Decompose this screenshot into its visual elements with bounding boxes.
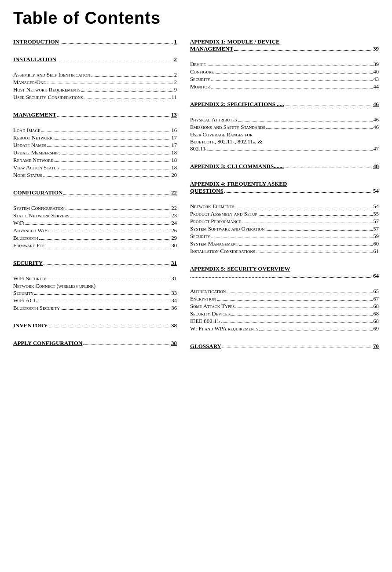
dots (285, 168, 372, 168)
toc-sub-network-connect[interactable]: Network Connect (wireless uplink) Securi… (13, 282, 177, 297)
dots (231, 315, 372, 315)
toc-sub-label: Rename Network (13, 157, 54, 164)
toc-entry-configuration[interactable]: CONFIGURATION 22 (13, 189, 177, 196)
toc-sub-bluetooth-security[interactable]: Bluetooth Security 36 (13, 304, 177, 312)
toc-entry-security[interactable]: SECURITY 31 (13, 260, 177, 267)
toc-sub-attack-types[interactable]: Some Attack Types 68 (190, 303, 379, 310)
toc-sub-user-security[interactable]: User Security Considerations 11 (13, 94, 177, 101)
dots (211, 238, 372, 238)
toc-sub-authentication[interactable]: Authentication 65 (190, 288, 379, 295)
toc-entry-glossary[interactable]: GLOSSARY 70 (190, 343, 379, 350)
toc-sub-static-network[interactable]: Static Network Servers 23 (13, 212, 177, 219)
toc-page-apply-config: 38 (171, 340, 177, 347)
appendix3-entry[interactable]: APPENDIX 3: CLI COMMANDS....... 48 (190, 163, 379, 170)
toc-sub-product-performance[interactable]: Product Performance 57 (190, 218, 379, 225)
dots (258, 215, 372, 216)
toc-sub-advanced-wifi[interactable]: Advanced WiFi 26 (13, 227, 177, 234)
appendix5-dots-text: ........................................… (190, 272, 271, 279)
toc-sub-view-action[interactable]: View Action Status 18 (13, 164, 177, 171)
toc-sub-network-elements[interactable]: Network Elements 54 (190, 203, 379, 210)
dots (43, 176, 171, 177)
toc-sub-host[interactable]: Host Network Requirements 9 (13, 86, 177, 93)
toc-sub-installation-considerations[interactable]: Installation Considerations 61 (190, 248, 379, 255)
dots (59, 154, 171, 154)
toc-sub-appendix2: Physical Attributes 46 Emissions and Saf… (190, 116, 379, 152)
toc-sub-update-names[interactable]: Update Names 17 (13, 142, 177, 149)
toc-sub-label: Static Network Servers (13, 212, 69, 219)
dots (224, 192, 372, 193)
toc-sub-security-app4[interactable]: Security 59 (190, 233, 379, 240)
appendix5-entry[interactable]: APPENDIX 5: SECURITY OVERVIEW ..........… (190, 265, 379, 279)
toc-sub-monitor[interactable]: Monitor 44 (190, 83, 379, 90)
toc-entry-introduction[interactable]: INTRODUCTION 1 (13, 38, 177, 45)
toc-sub-system-mgmt[interactable]: System Management 60 (190, 240, 379, 247)
toc-sub-security-app1[interactable]: Security 43 (190, 76, 379, 83)
toc-sub-label: Advanced WiFi (13, 227, 49, 234)
toc-sub-reboot[interactable]: Reboot Network 17 (13, 134, 177, 141)
toc-sub-firmware-ftp[interactable]: Firmware Ftp 30 (13, 242, 177, 249)
toc-sub-product-assembly[interactable]: Product Assembly and Setup 55 (190, 210, 379, 217)
toc-sub-coverage-row: 802.11g 47 (190, 145, 379, 152)
toc-sub-ieee[interactable]: IEEE 802.11i 68 (190, 318, 379, 325)
toc-sub-security-devices[interactable]: Security Devices 68 (190, 310, 379, 317)
toc-sub-device[interactable]: Device 39 (190, 61, 379, 68)
toc-sub-page: 29 (171, 235, 177, 242)
toc-sub-page: 36 (171, 305, 177, 312)
toc-sub-label: Assembly and Self Identification (13, 71, 90, 78)
toc-sub-coverage[interactable]: User Coverage Ranges for Bluetooth, 802.… (190, 131, 379, 152)
toc-sub-label: Network Connect (wireless uplink) (13, 283, 95, 289)
toc-sub-label: Security (190, 76, 210, 83)
toc-sub-rename[interactable]: Rename Network 18 (13, 157, 177, 164)
toc-sub-label: System Configuration (13, 205, 65, 212)
appendix1-entry[interactable]: APPENDIX 1: MODULE / DEVICE MANAGEMENT 3… (190, 38, 379, 52)
toc-sub-update-membership[interactable]: Update Membership 18 (13, 149, 177, 156)
toc-sub-system-software[interactable]: System Software and Operation 57 (190, 225, 379, 232)
toc-sub-wifi-security[interactable]: WiFi Security 31 (13, 275, 177, 282)
toc-sub-installation: Assembly and Self Identification 2 Manag… (13, 71, 177, 101)
toc-sub-load-image[interactable]: Load Image 16 (13, 127, 177, 134)
toc-page-inventory: 38 (171, 322, 177, 329)
dots (54, 139, 171, 139)
dots (91, 76, 173, 77)
toc-label-management: MANAGEMENT (13, 111, 56, 118)
toc-entry-inventory[interactable]: INVENTORY 38 (13, 322, 177, 329)
toc-sub-label: Host Network Requirements (13, 86, 81, 93)
toc-sub-wifi[interactable]: WiFi 24 (13, 220, 177, 227)
dots (57, 116, 170, 117)
toc-sub-physical[interactable]: Physical Attributes 46 (190, 116, 379, 123)
toc-sub-configure[interactable]: Configure 40 (190, 68, 379, 75)
dots (81, 91, 173, 92)
toc-label-apply-config: APPLY CONFIGURATION (13, 340, 82, 347)
appendix1-label2: MANAGEMENT (190, 45, 233, 52)
toc-sub-encryption[interactable]: Encryption 67 (190, 295, 379, 302)
toc-sub-label: Bluetooth (13, 235, 38, 242)
toc-sub-page: 57 (374, 226, 379, 232)
appendix3-label: APPENDIX 3: CLI COMMANDS....... (190, 163, 284, 170)
toc-entry-management[interactable]: MANAGEMENT 13 (13, 111, 177, 118)
toc-sub-label: Bluetooth Security (13, 304, 60, 312)
toc-section-security: SECURITY 31 (13, 260, 177, 267)
toc-entry-installation[interactable]: INSTALLATION 2 (13, 56, 177, 63)
appendix4-entry[interactable]: APPENDIX 4: FREQUENTLY ASKED QUESTIONS 5… (190, 180, 379, 194)
toc-entry-apply-config[interactable]: APPLY CONFIGURATION 38 (13, 340, 177, 347)
toc-sub-label: Installation Considerations (190, 248, 255, 255)
toc-sub-wifi-wpa[interactable]: Wi-Fi and WPA requirements 69 (190, 325, 379, 332)
toc-sub-assembly[interactable]: Assembly and Self Identification 2 (13, 71, 177, 78)
toc-sub-manager[interactable]: Manager/One 2 (13, 79, 177, 86)
toc-sub-emissions[interactable]: Emissions and Safety Standards 46 (190, 124, 379, 131)
dots (47, 280, 170, 280)
toc-sub-label: WiFi Security (13, 275, 46, 282)
toc-sub-wifi-acl[interactable]: WiFi ACL 34 (13, 297, 177, 304)
toc-sub-page: 18 (171, 157, 177, 164)
appendix3-page: 48 (373, 163, 379, 170)
toc-sub-node-status[interactable]: Node Status 20 (13, 172, 177, 179)
toc-sub-label: System Management (190, 240, 238, 247)
toc-sub-system-config[interactable]: System Configuration 22 (13, 205, 177, 212)
toc-section-configuration: CONFIGURATION 22 (13, 189, 177, 196)
toc-sub-page: 39 (374, 61, 379, 68)
toc-sub-bluetooth[interactable]: Bluetooth 29 (13, 235, 177, 242)
appendix2-entry[interactable]: APPENDIX 2: SPECIFICATIONS ..... 46 (190, 101, 379, 108)
toc-sub-page: 55 (374, 211, 379, 217)
toc-appendix1: APPENDIX 1: MODULE / DEVICE MANAGEMENT 3… (190, 38, 379, 52)
toc-sub-appendix1: Device 39 Configure 40 Security 43 Monit… (190, 61, 379, 90)
